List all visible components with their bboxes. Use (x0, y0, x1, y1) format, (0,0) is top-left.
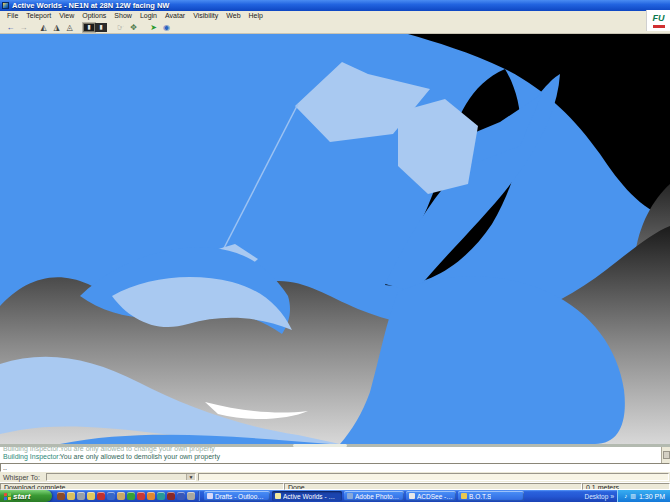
view-angle-icon[interactable]: ◬ (63, 22, 76, 33)
3d-viewport[interactable] (0, 34, 670, 444)
active-worlds-window: Active Worlds - NE1N at 28N 12W facing N… (0, 0, 670, 502)
quick-launch-bar (57, 492, 195, 500)
view-down-icon[interactable]: ◮ (50, 22, 63, 33)
view-up-icon[interactable]: ◭ (37, 22, 50, 33)
chat-input-row (0, 463, 670, 472)
first-person-view-icon[interactable]: ▮ (83, 23, 95, 32)
corner-logo-mark (653, 25, 665, 28)
app-icon (2, 2, 9, 9)
status-done: Done (284, 483, 582, 490)
teleport-icon[interactable]: ➤ (147, 22, 160, 33)
taskbar-divider (198, 491, 200, 501)
menu-login[interactable]: Login (136, 11, 161, 21)
chevron-right-icon[interactable]: » (610, 493, 614, 500)
quicklaunch-app-red-brown-icon[interactable] (57, 492, 65, 500)
outlook-icon (207, 493, 213, 499)
task-acdsee[interactable]: ACDSee - vers5 (406, 491, 456, 501)
network-icon[interactable]: ▥ (630, 490, 636, 502)
chat-message: Building Inspector: You are only allowed… (3, 453, 670, 461)
whisper-label: Whisper To: (0, 474, 46, 481)
quicklaunch-app-green-icon[interactable] (127, 492, 135, 500)
menubar: File Teleport View Options Show Login Av… (0, 11, 670, 21)
quicklaunch-app-tan-icon[interactable] (117, 492, 125, 500)
task-label: Adobe Photoshop (355, 493, 401, 500)
quicklaunch-app-teal-icon[interactable] (157, 492, 165, 500)
quicklaunch-show-desktop-icon[interactable] (77, 492, 85, 500)
chat-scroll-thumb[interactable] (663, 451, 670, 459)
task-label: B.O.T.S (469, 493, 491, 500)
window-title: Active Worlds - NE1N at 28N 12W facing N… (12, 0, 169, 11)
photoshop-icon (347, 493, 353, 499)
chat-scrollbar[interactable] (661, 447, 670, 463)
move-tool-icon[interactable]: ✥ (127, 22, 140, 33)
acdsee-icon (409, 493, 415, 499)
task-photoshop[interactable]: Adobe Photoshop (344, 491, 404, 501)
start-label: start (13, 492, 30, 501)
status-meters: 0.1 meters (582, 483, 670, 490)
menu-file[interactable]: File (3, 11, 22, 21)
whisper-input[interactable] (198, 473, 669, 481)
quicklaunch-terminal-icon[interactable] (187, 492, 195, 500)
whisper-row: Whisper To: ▼ (0, 472, 670, 482)
folder-icon (461, 493, 467, 499)
taskbar: start Drafts - Outlook Expr... Active W (0, 490, 670, 502)
quicklaunch-app-red-icon[interactable] (137, 492, 145, 500)
desktop-toolbar[interactable]: Desktop » (581, 493, 617, 500)
chevron-down-icon[interactable]: ▼ (186, 474, 195, 480)
chat-pane: Building Inspector: You are only allowed… (0, 447, 670, 463)
desktop-label: Desktop (584, 493, 608, 500)
quicklaunch-app-maroon-icon[interactable] (167, 492, 175, 500)
clock: 1:30 PM (639, 493, 665, 500)
start-button[interactable]: start (0, 490, 52, 502)
volume-icon[interactable]: ♪ (624, 490, 627, 502)
whisper-target-combo[interactable]: ▼ (46, 473, 196, 481)
quicklaunch-internet-explorer-icon[interactable] (107, 492, 115, 500)
toolbar: ← → ◭ ◮ ◬ ▮ ▮ ☞ ✥ ➤ ◉ (0, 21, 670, 34)
task-bots-folder[interactable]: B.O.T.S (458, 491, 524, 501)
forward-icon[interactable]: → (17, 22, 30, 33)
titlebar[interactable]: Active Worlds - NE1N at 28N 12W facing N… (0, 0, 670, 11)
quicklaunch-media-player-icon[interactable] (97, 492, 105, 500)
menu-web[interactable]: Web (222, 11, 244, 21)
chat-input[interactable] (0, 463, 670, 472)
3d-scene (0, 34, 670, 444)
quicklaunch-folder-icon[interactable] (87, 492, 95, 500)
statusbar: Download complete Done 0.1 meters (0, 482, 670, 490)
menu-view[interactable]: View (55, 11, 78, 21)
third-person-view-icon[interactable]: ▮ (95, 23, 107, 32)
windows-flag-icon (4, 492, 11, 500)
status-download: Download complete (0, 483, 284, 490)
menu-help[interactable]: Help (245, 11, 267, 21)
menu-show[interactable]: Show (110, 11, 136, 21)
select-tool-icon[interactable]: ☞ (114, 22, 127, 33)
back-icon[interactable]: ← (4, 22, 17, 33)
chat-sender: Building Inspector: (3, 453, 58, 461)
chat-text: You are only allowed to demolish your ow… (60, 453, 220, 460)
menu-avatar[interactable]: Avatar (161, 11, 189, 21)
task-active-worlds[interactable]: Active Worlds - NE1N... (272, 491, 342, 501)
quicklaunch-mail-icon[interactable] (67, 492, 75, 500)
corner-logo-text: FU (653, 13, 665, 23)
task-label: Drafts - Outlook Expr... (215, 493, 267, 500)
menu-teleport[interactable]: Teleport (22, 11, 55, 21)
task-label: Active Worlds - NE1N... (283, 493, 339, 500)
menu-visibility[interactable]: Visibility (189, 11, 222, 21)
web-globe-icon[interactable]: ◉ (160, 22, 173, 33)
chat-text: You are only allowed to change your own … (60, 447, 215, 452)
corner-logo: FU (646, 10, 670, 31)
system-tray: ♪ ▥ 1:30 PM (617, 490, 670, 502)
menu-options[interactable]: Options (78, 11, 110, 21)
task-outlook-drafts[interactable]: Drafts - Outlook Expr... (204, 491, 270, 501)
quicklaunch-app-orange-icon[interactable] (147, 492, 155, 500)
task-label: ACDSee - vers5 (417, 493, 453, 500)
active-worlds-icon (275, 493, 281, 499)
quicklaunch-network-globe-icon[interactable] (177, 492, 185, 500)
